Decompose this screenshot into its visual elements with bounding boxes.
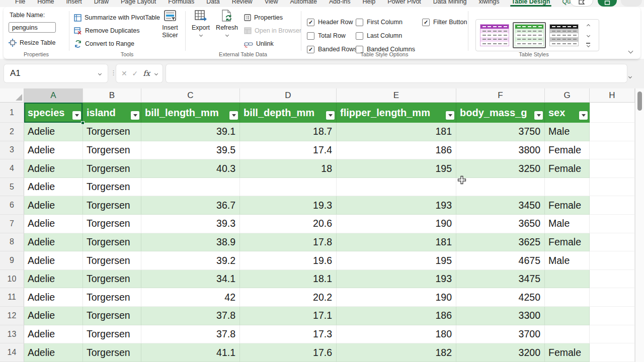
cell[interactable]: 19.3 xyxy=(240,196,337,215)
cell[interactable]: Torgersen xyxy=(83,178,141,197)
cell[interactable]: 3750 xyxy=(456,123,545,141)
tab-power-pivot[interactable]: Power Pivot xyxy=(381,0,427,6)
cell[interactable] xyxy=(590,270,635,289)
cell[interactable]: Male xyxy=(545,215,590,233)
cell[interactable]: Male xyxy=(545,251,590,270)
cell[interactable]: 42 xyxy=(141,288,240,307)
cell[interactable]: 37.8 xyxy=(141,325,240,344)
cell[interactable] xyxy=(590,343,635,362)
cell[interactable]: 40.3 xyxy=(141,159,240,178)
cell[interactable] xyxy=(590,233,635,252)
cell[interactable]: 186 xyxy=(337,141,456,160)
cell[interactable]: 17.8 xyxy=(240,233,337,252)
cell[interactable]: 18.7 xyxy=(240,123,337,141)
cell[interactable]: Torgersen xyxy=(83,233,141,252)
cell[interactable]: 17.3 xyxy=(240,325,337,344)
comments-button[interactable] xyxy=(570,0,593,7)
tab-data-mining[interactable]: Data Mining xyxy=(427,0,473,6)
row-header-1[interactable]: 1 xyxy=(0,103,24,123)
cell[interactable]: Torgersen xyxy=(83,288,141,307)
vertical-scrollbar[interactable] xyxy=(635,88,644,362)
cell[interactable] xyxy=(590,196,635,215)
user-avatar-button[interactable] xyxy=(621,0,642,7)
tab-table-design[interactable]: Table Design xyxy=(506,0,556,6)
formula-input[interactable] xyxy=(166,64,627,82)
fill-handle[interactable] xyxy=(81,121,85,125)
cell[interactable] xyxy=(141,178,240,197)
table-column-header-flipper_length_mm[interactable]: flipper_length_mm xyxy=(337,103,456,123)
table-column-header-body_mass_g[interactable]: body_mass_g xyxy=(456,103,545,123)
cell[interactable]: Torgersen xyxy=(83,123,141,141)
cell[interactable]: 180 xyxy=(337,325,456,344)
cell[interactable] xyxy=(590,215,635,233)
cell[interactable]: 190 xyxy=(337,215,456,233)
gallery-scroll-up-button[interactable] xyxy=(583,22,593,30)
cell[interactable]: Torgersen xyxy=(83,215,141,233)
table-column-header-species[interactable]: species xyxy=(24,103,83,123)
cell[interactable]: Adelie xyxy=(24,288,83,307)
column-header-e[interactable]: E xyxy=(337,88,456,102)
name-box[interactable]: A1 xyxy=(4,64,108,82)
dark-table-style[interactable] xyxy=(547,22,581,48)
row-header-4[interactable]: 4 xyxy=(0,159,24,178)
cell[interactable]: 186 xyxy=(337,307,456,325)
cell[interactable] xyxy=(545,178,590,197)
cell[interactable]: 39.3 xyxy=(141,215,240,233)
cancel-icon[interactable]: ✕ xyxy=(121,69,127,77)
collapse-ribbon-button[interactable] xyxy=(629,46,632,55)
cell[interactable] xyxy=(590,307,635,325)
tab-draw[interactable]: Draw xyxy=(88,0,115,6)
cell[interactable]: Torgersen xyxy=(83,307,141,325)
row-header-14[interactable]: 14 xyxy=(0,343,24,362)
cell[interactable] xyxy=(590,178,635,197)
cell[interactable]: Adelie xyxy=(24,141,83,160)
cell[interactable]: Adelie xyxy=(24,325,83,344)
refresh-button[interactable]: Refresh xyxy=(214,10,240,36)
cell[interactable]: 34.1 xyxy=(141,270,240,289)
table-column-header-bill_length_mm[interactable]: bill_length_mm xyxy=(141,103,240,123)
gallery-more-button[interactable] xyxy=(583,41,593,49)
select-all-button[interactable] xyxy=(0,88,24,102)
tab-file[interactable]: File xyxy=(9,0,31,6)
cell[interactable]: 195 xyxy=(337,159,456,178)
tab-data[interactable]: Data xyxy=(200,0,225,6)
tab-insert[interactable]: Insert xyxy=(60,0,88,6)
cell[interactable] xyxy=(545,325,590,344)
cell[interactable]: 3650 xyxy=(456,215,545,233)
cell[interactable] xyxy=(590,141,635,160)
filter-dropdown-button[interactable] xyxy=(579,111,588,120)
cell[interactable]: 3300 xyxy=(456,307,545,325)
green-table-style-selected[interactable] xyxy=(513,22,546,48)
filter-dropdown-button[interactable] xyxy=(326,111,335,120)
cell-h1[interactable] xyxy=(590,103,635,123)
cell[interactable]: 4250 xyxy=(456,288,545,307)
table-column-header-bill_depth_mm[interactable]: bill_depth_mm xyxy=(240,103,337,123)
resize-table-button[interactable]: Resize Table xyxy=(9,37,55,48)
cell[interactable]: Adelie xyxy=(24,233,83,252)
cell[interactable]: Adelie xyxy=(24,196,83,215)
cell[interactable] xyxy=(590,159,635,178)
cell[interactable]: 193 xyxy=(337,196,456,215)
cell[interactable]: Female xyxy=(545,196,590,215)
tab-view[interactable]: View xyxy=(259,0,284,6)
cell[interactable]: 39.5 xyxy=(141,141,240,160)
filter-dropdown-button[interactable] xyxy=(446,111,454,120)
cell[interactable]: Adelie xyxy=(24,215,83,233)
cell[interactable]: Torgersen xyxy=(83,196,141,215)
tab-home[interactable]: Home xyxy=(31,0,60,6)
cell[interactable]: 36.7 xyxy=(141,196,240,215)
cell[interactable]: Female xyxy=(545,233,590,252)
cell[interactable]: Adelie xyxy=(24,178,83,197)
cell[interactable]: Adelie xyxy=(24,343,83,362)
open-in-browser-button[interactable]: Open in Browser xyxy=(244,25,301,36)
row-header-11[interactable]: 11 xyxy=(0,288,24,307)
row-header-9[interactable]: 9 xyxy=(0,251,24,270)
cell[interactable] xyxy=(240,178,337,197)
cell[interactable]: Torgersen xyxy=(83,159,141,178)
row-header-5[interactable]: 5 xyxy=(0,178,24,197)
checkbox-header-row[interactable]: ✓Header Row xyxy=(307,18,353,26)
checkbox-first-column[interactable]: First Column xyxy=(356,18,403,26)
filter-dropdown-button[interactable] xyxy=(534,111,543,120)
cell[interactable]: Torgersen xyxy=(83,251,141,270)
column-header-a[interactable]: A xyxy=(24,88,83,102)
